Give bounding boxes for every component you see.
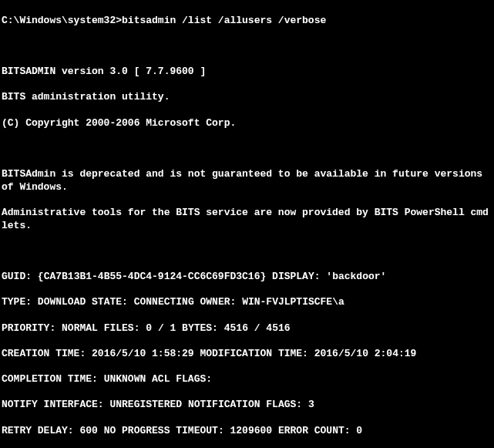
- deprecation-line-1: BITSAdmin is deprecated and is not guara…: [2, 168, 492, 194]
- mtime-label: MODIFICATION TIME:: [200, 348, 307, 359]
- nptimeout-value: 1209600: [230, 425, 273, 436]
- owner-value: WIN-FVJLPTISCFE\a: [242, 296, 344, 308]
- retry-value: 600: [79, 425, 97, 436]
- errcount-value: 0: [356, 425, 362, 436]
- bytes-label: BYTES:: [182, 322, 218, 334]
- acl-label: ACL FLAGS:: [152, 373, 212, 385]
- state-value: CONNECTING: [134, 296, 194, 308]
- ctime-value: 2016/5/10 1:58:29: [92, 348, 194, 359]
- terminal-output: C:\Windows\system32>bitsadmin /list /all…: [0, 0, 494, 448]
- files-value: 0 / 1: [146, 322, 176, 334]
- comp-value: UNKNOWN: [104, 373, 146, 385]
- guid-line: GUID: {CA7B13B1-4B55-4DC4-9124-CC6C69FD3…: [2, 271, 492, 284]
- deprecation-line-2: Administrative tools for the BITS servic…: [2, 207, 492, 232]
- priority-label: PRIORITY:: [2, 322, 55, 334]
- notify-flags-label: NOTIFICATION FLAGS:: [188, 399, 302, 410]
- mtime-value: 2016/5/10 2:04:19: [314, 348, 417, 359]
- notify-line: NOTIFY INTERFACE: UNREGISTERED NOTIFICAT…: [2, 399, 492, 412]
- files-label: FILES:: [104, 322, 140, 334]
- owner-label: OWNER:: [200, 296, 237, 308]
- display-value: 'backdoor': [326, 271, 386, 282]
- type-value: DOWNLOAD: [38, 296, 86, 308]
- comp-line: COMPLETION TIME: UNKNOWN ACL FLAGS:: [2, 373, 492, 386]
- nptimeout-label: NO PROGRESS TIMEOUT:: [104, 425, 224, 436]
- notify-flags-value: 3: [308, 399, 314, 410]
- util-line: BITS administration utility.: [2, 91, 492, 104]
- version-line: BITSADMIN version 3.0 [ 7.7.9600 ]: [2, 66, 492, 79]
- command: bitsadmin /list /allusers /verbose: [122, 15, 326, 26]
- notify-if-label: NOTIFY INTERFACE:: [2, 399, 104, 410]
- errcount-label: ERROR COUNT:: [278, 425, 351, 436]
- retry-line: RETRY DELAY: 600 NO PROGRESS TIMEOUT: 12…: [2, 425, 492, 438]
- bytes-value: 4516 / 4516: [224, 322, 291, 334]
- priority-line: PRIORITY: NORMAL FILES: 0 / 1 BYTES: 451…: [2, 322, 492, 335]
- prompt-line[interactable]: C:\Windows\system32>bitsadmin /list /all…: [2, 15, 492, 28]
- notify-if-value: UNREGISTERED: [109, 399, 182, 410]
- ctime-line: CREATION TIME: 2016/5/10 1:58:29 MODIFIC…: [2, 348, 492, 361]
- type-label: TYPE:: [2, 296, 32, 308]
- state-label: STATE:: [92, 296, 128, 308]
- type-line: TYPE: DOWNLOAD STATE: CONNECTING OWNER: …: [2, 296, 492, 309]
- comp-label: COMPLETION TIME:: [2, 373, 98, 385]
- copyright-line: (C) Copyright 2000-2006 Microsoft Corp.: [2, 117, 492, 130]
- display-label: DISPLAY:: [272, 271, 320, 282]
- priority-value: NORMAL: [62, 322, 98, 334]
- guid-label: GUID:: [2, 271, 32, 282]
- prompt: C:\Windows\system32>: [2, 15, 122, 26]
- retry-label: RETRY DELAY:: [2, 425, 74, 436]
- guid-value: {CA7B13B1-4B55-4DC4-9124-CC6C69FD3C16}: [38, 271, 266, 282]
- ctime-label: CREATION TIME:: [2, 348, 86, 359]
